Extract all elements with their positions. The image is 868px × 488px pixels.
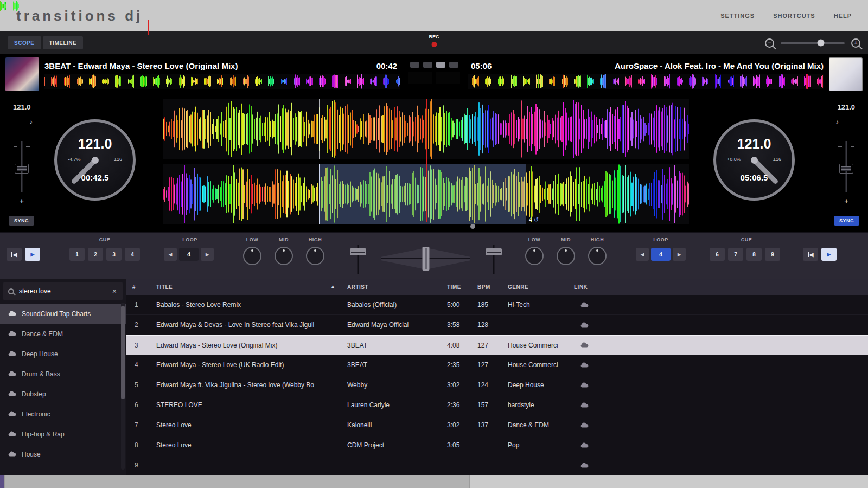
deck-b-cue-7[interactable]: 7: [728, 248, 743, 261]
playlist-item[interactable]: Electronic: [0, 404, 126, 424]
row-artist: Lauren Carlyle: [341, 401, 441, 409]
deck-b-high-knob[interactable]: [588, 247, 607, 265]
col-num[interactable]: #: [126, 284, 150, 290]
playlist-item[interactable]: House: [0, 444, 126, 464]
table-row[interactable]: 1 Babalos - Stereo Love Remix Babalos (O…: [126, 295, 868, 315]
loop-region[interactable]: [319, 164, 526, 224]
deck-b-pitch-handle[interactable]: [839, 164, 853, 174]
crossfader-handle[interactable]: [423, 247, 430, 271]
mix-block-1[interactable]: [410, 62, 419, 68]
deck-a-play-button[interactable]: ▶: [25, 248, 40, 261]
table-row[interactable]: 4 Edward Maya - Stereo Love (UK Radio Ed…: [126, 355, 868, 375]
row-link[interactable]: [567, 463, 601, 468]
deck-a-skip-start-button[interactable]: ◀: [7, 248, 22, 261]
deck-b-overview-waveform[interactable]: [468, 74, 824, 89]
zoom-slider-handle[interactable]: [818, 40, 825, 47]
deck-b-cue-8[interactable]: 8: [746, 248, 762, 261]
deck-b-cue-6[interactable]: 6: [710, 248, 725, 261]
row-link[interactable]: [567, 422, 601, 428]
row-link[interactable]: [567, 342, 601, 348]
deck-a-loop-double-button[interactable]: ▶: [201, 248, 214, 261]
table-row[interactable]: 2 Edward Maya & Devas - Love In Stereo f…: [126, 315, 868, 335]
menu-shortcuts[interactable]: SHORTCUTS: [773, 12, 815, 19]
deck-b-cue-9[interactable]: 9: [765, 248, 780, 261]
deck-a-jog-dial[interactable]: 121.0 -4.7% ±16 00:42.5: [54, 119, 136, 201]
sampler-wave-1[interactable]: [408, 72, 432, 84]
playlist-item[interactable]: Hip-hop & Rap: [0, 424, 126, 444]
deck-b-loop-halve-button[interactable]: ◀: [636, 248, 649, 261]
rec-button[interactable]: REC: [429, 34, 439, 47]
sidebar-scrollbar-thumb[interactable]: [121, 306, 125, 399]
col-title[interactable]: TITLE ▲: [150, 284, 341, 290]
col-artist[interactable]: ARTIST: [341, 284, 441, 290]
deck-b-volume-handle[interactable]: [486, 248, 502, 255]
table-header: # TITLE ▲ ARTIST TIME BPM GENRE LINK: [126, 279, 868, 295]
table-row[interactable]: 7 Stereo Love Kalonelll 3:02 137 Dance &…: [126, 415, 868, 435]
deck-a-pitch-fader[interactable]: +: [14, 141, 29, 205]
deck-b-loop-double-button[interactable]: ▶: [673, 248, 686, 261]
clear-search-button[interactable]: ×: [111, 287, 118, 296]
deck-b-volume-fader[interactable]: [486, 245, 502, 274]
table-row[interactable]: 8 Stereo Love CDM Project 3:05 Pop: [126, 435, 868, 455]
deck-a-cue-4[interactable]: 4: [125, 248, 140, 261]
deck-b-skip-start-button[interactable]: ◀: [803, 248, 818, 261]
wave-scroll-handle[interactable]: [470, 224, 475, 229]
search-input[interactable]: stereo love ×: [3, 282, 123, 300]
deck-b-play-button[interactable]: ▶: [821, 248, 837, 261]
zoom-out-icon[interactable]: −: [765, 38, 774, 48]
zoom-in-icon[interactable]: +: [851, 38, 860, 48]
mix-block-4[interactable]: [449, 62, 458, 68]
sidebar-scrollbar[interactable]: [121, 303, 125, 470]
deck-a-pitch-handle[interactable]: [15, 164, 29, 174]
horizontal-scrollbar-thumb[interactable]: [4, 475, 470, 488]
deck-a-loop-halve-button[interactable]: ◀: [164, 248, 177, 261]
deck-b-sync-button[interactable]: SYNC: [834, 216, 859, 226]
table-row[interactable]: 9: [126, 455, 868, 475]
note-icon: ♪: [835, 118, 839, 126]
table-row[interactable]: 3 Edward Maya - Stereo Love (Original Mi…: [126, 335, 868, 355]
deck-a-volume-fader[interactable]: [350, 245, 366, 274]
row-link[interactable]: [567, 362, 601, 368]
table-row[interactable]: 5 Edward Maya ft. Vika Jigulina - Stereo…: [126, 375, 868, 395]
row-link[interactable]: [567, 382, 601, 388]
deck-a-sync-button[interactable]: SYNC: [9, 216, 34, 226]
zoom-slider[interactable]: [781, 42, 845, 44]
playlist-item[interactable]: Dubstep: [0, 384, 126, 404]
search-value[interactable]: stereo love: [19, 287, 106, 295]
deck-a-mid-knob[interactable]: [275, 247, 293, 265]
deck-a-overview-waveform[interactable]: [44, 74, 400, 89]
menu-settings[interactable]: SETTINGS: [720, 12, 755, 19]
horizontal-scrollbar[interactable]: [0, 475, 868, 488]
deck-b-low-knob[interactable]: [525, 247, 544, 265]
crossfader[interactable]: [381, 246, 470, 272]
playlist-item[interactable]: SoundCloud Top Charts: [0, 304, 126, 324]
deck-a-cue-3[interactable]: 3: [106, 248, 122, 261]
menu-help[interactable]: HELP: [834, 12, 852, 19]
col-bpm[interactable]: BPM: [471, 284, 501, 290]
deck-a-high-knob[interactable]: [306, 247, 324, 265]
playlist-item[interactable]: Deep House: [0, 344, 126, 364]
row-link[interactable]: [567, 402, 601, 408]
row-link[interactable]: [567, 302, 601, 308]
deck-b-jog-dial[interactable]: 121.0 +0.8% ±16 05:06.5: [713, 119, 795, 201]
deck-b-mid-knob[interactable]: [557, 247, 575, 265]
row-link[interactable]: [567, 442, 601, 448]
mix-block-3[interactable]: [436, 62, 445, 68]
col-time[interactable]: TIME: [441, 284, 471, 290]
playlist-item[interactable]: Drum & Bass: [0, 364, 126, 384]
deck-b-pitch-fader[interactable]: +: [839, 141, 854, 205]
col-genre[interactable]: GENRE: [501, 284, 567, 290]
playlist-item[interactable]: Dance & EDM: [0, 324, 126, 344]
row-link[interactable]: [567, 322, 601, 328]
col-link[interactable]: LINK: [567, 284, 601, 290]
mix-block-2[interactable]: [423, 62, 432, 68]
deck-a-cue-2[interactable]: 2: [88, 248, 103, 261]
deck-a-low-knob[interactable]: [243, 247, 261, 265]
deck-a-cue-1[interactable]: 1: [69, 248, 85, 261]
table-row[interactable]: 6 STEREO LOVE Lauren Carlyle 2:36 157 ha…: [126, 395, 868, 415]
deck-a-volume-handle[interactable]: [350, 248, 366, 255]
tab-scope[interactable]: SCOPE: [8, 36, 41, 49]
deck-b-bpm-readout: 121.0: [837, 103, 855, 111]
tab-timeline[interactable]: TIMELINE: [43, 36, 84, 49]
sampler-wave-2[interactable]: [436, 72, 460, 84]
